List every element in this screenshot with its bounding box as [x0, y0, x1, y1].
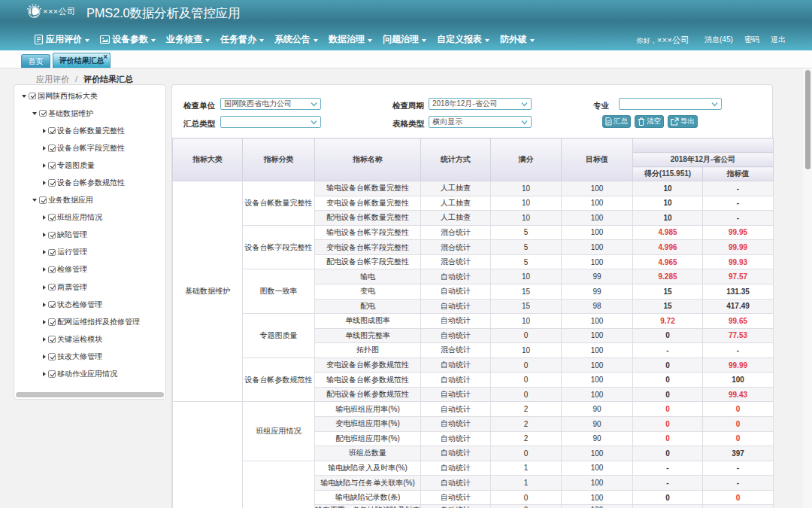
- tree-collapse-icon[interactable]: [32, 112, 37, 115]
- breadcrumb-parent[interactable]: 应用评价: [36, 75, 69, 84]
- logout-link[interactable]: 退出: [771, 35, 786, 45]
- tree-item[interactable]: 设备台帐参数规范性: [14, 174, 165, 191]
- tree-item-label[interactable]: 检修管理: [57, 264, 87, 275]
- tab-home[interactable]: 首页: [21, 54, 50, 68]
- tree-expand-icon[interactable]: [43, 285, 46, 290]
- tree-expand-icon[interactable]: [43, 233, 46, 237]
- tree-checkbox[interactable]: [48, 301, 56, 309]
- tree-item-label[interactable]: 国网陕西指标大类: [38, 91, 98, 102]
- tree-expand-icon[interactable]: [43, 146, 46, 151]
- filter-select-summary-type[interactable]: [220, 116, 321, 128]
- tree-checkbox[interactable]: [48, 370, 56, 378]
- tree-expand-icon[interactable]: [43, 303, 46, 307]
- cell-method: 自动统计: [421, 417, 491, 432]
- tree-expand-icon[interactable]: [43, 337, 46, 342]
- tree-item[interactable]: 设备台帐数量完整性: [14, 122, 165, 139]
- tree-item-label[interactable]: 状态检修管理: [57, 300, 102, 310]
- cell-target: 100: [562, 343, 633, 358]
- tree-expand-icon[interactable]: [43, 267, 46, 272]
- tree-item-label[interactable]: 基础数据维护: [48, 108, 93, 119]
- filter-label-table-type: 表格类型: [392, 119, 424, 129]
- tree-checkbox[interactable]: [48, 336, 56, 343]
- tree-item[interactable]: 班组应用情况: [14, 209, 165, 227]
- tree-expand-icon[interactable]: [43, 250, 46, 254]
- tree-item[interactable]: 状态检修管理: [14, 296, 165, 313]
- tree-checkbox[interactable]: [48, 144, 56, 152]
- tree-item-label[interactable]: 专题图质量: [57, 160, 95, 171]
- cell-method: 人工抽查: [421, 211, 491, 226]
- tree-item[interactable]: 缺陷管理: [14, 227, 165, 244]
- tree-item-label[interactable]: 移动作业应用情况: [57, 369, 117, 379]
- tree-expand-icon[interactable]: [43, 163, 46, 168]
- table-row[interactable]: 输电缺陷录入及时率(%)自动统计1100--: [173, 461, 774, 476]
- tree-checkbox[interactable]: [48, 249, 56, 257]
- tree-item[interactable]: 设备台帐字段完整性: [14, 139, 165, 157]
- tree-collapse-icon[interactable]: [22, 95, 26, 98]
- page-scrollbar-thumb[interactable]: [805, 70, 810, 169]
- tree-item-label[interactable]: 运行管理: [57, 247, 87, 257]
- table-row[interactable]: 班组应用情况输电班组应用率(%)自动统计29000: [173, 402, 774, 417]
- tree-checkbox[interactable]: [48, 353, 56, 360]
- filter-select-table-type[interactable]: 横向显示: [429, 116, 532, 128]
- tree-expand-icon[interactable]: [43, 372, 46, 376]
- tree-collapse-icon[interactable]: [32, 199, 37, 202]
- tree-item-label[interactable]: 缺陷管理: [57, 230, 87, 240]
- tree-item[interactable]: 配网运维指挥及抢修管理: [14, 313, 165, 330]
- filter-select-check-period[interactable]: 2018年12月-省公司: [429, 98, 532, 110]
- tree-expand-icon[interactable]: [43, 354, 46, 359]
- tree-item-label[interactable]: 班组应用情况: [57, 212, 102, 223]
- tree-item-label[interactable]: 关键运检模块: [57, 334, 102, 345]
- tree-expand-icon[interactable]: [43, 320, 46, 324]
- tree-checkbox[interactable]: [29, 93, 36, 100]
- tree-item[interactable]: 运行管理: [14, 244, 165, 261]
- tree-item[interactable]: 移动作业应用情况: [14, 366, 165, 383]
- filter-select-specialty[interactable]: [619, 98, 722, 110]
- tree-item-label[interactable]: 业务数据应用: [48, 195, 93, 205]
- cell-score: 0: [633, 431, 703, 446]
- tree-checkbox[interactable]: [48, 214, 56, 221]
- tree-checkbox[interactable]: [48, 162, 56, 169]
- tree-checkbox[interactable]: [48, 266, 56, 274]
- table-row[interactable]: 图数一致率输电自动统计10999.28597.57: [173, 269, 774, 284]
- tree-item[interactable]: 基础数据维护: [14, 105, 165, 122]
- table-row[interactable]: 设备台帐参数规范性变电设备台帐参数规范性自动统计0100099.99: [173, 357, 774, 373]
- tree-item[interactable]: 两票管理: [14, 278, 165, 296]
- tree-item-label[interactable]: 设备台帐字段完整性: [57, 143, 125, 154]
- tree-checkbox[interactable]: [48, 179, 56, 187]
- table-row[interactable]: 基础数据维护设备台帐数量完整性输电设备台帐数量完整性人工抽查1010010-: [173, 181, 774, 196]
- export-button[interactable]: 导出: [668, 115, 698, 128]
- messages-link[interactable]: 消息(45): [704, 35, 733, 45]
- tree-item[interactable]: 业务数据应用: [14, 192, 165, 209]
- tree-item-label[interactable]: 两票管理: [57, 282, 87, 293]
- tree-checkbox[interactable]: [48, 127, 56, 135]
- tree-expand-icon[interactable]: [43, 181, 46, 185]
- tree-item-label[interactable]: 设备台帐数量完整性: [57, 126, 125, 136]
- tree-item-label[interactable]: 设备台帐参数规范性: [57, 178, 125, 188]
- tree-item-label[interactable]: 配网运维指挥及抢修管理: [57, 317, 140, 327]
- tree-checkbox[interactable]: [48, 232, 56, 239]
- cell-name: 拓扑图: [315, 343, 421, 358]
- table-row[interactable]: 专题图质量单线图成图率自动统计101009.7299.65: [173, 314, 774, 329]
- tree-expand-icon[interactable]: [43, 215, 46, 220]
- tree-item[interactable]: 国网陕西指标大类: [14, 87, 165, 105]
- tree-checkbox[interactable]: [39, 110, 47, 117]
- cell-group: 班组应用情况: [243, 402, 315, 461]
- tree-item[interactable]: 检修管理: [14, 261, 165, 278]
- tree-item[interactable]: 技改大修管理: [14, 348, 165, 365]
- tree-item-label[interactable]: 技改大修管理: [57, 351, 102, 362]
- tab-result-summary[interactable]: 评价结果汇总 ×: [53, 53, 111, 68]
- filter-select-check-unit[interactable]: 国网陕西省电力公司: [220, 98, 321, 110]
- tab-close-icon[interactable]: ×: [103, 53, 108, 60]
- tree-checkbox[interactable]: [39, 196, 47, 204]
- tree-expand-icon[interactable]: [43, 129, 46, 133]
- tree-checkbox[interactable]: [48, 284, 56, 291]
- clear-button[interactable]: 清空: [635, 115, 664, 128]
- tree-checkbox[interactable]: [48, 318, 56, 326]
- tree-horizontal-scrollbar[interactable]: [16, 392, 164, 397]
- tree-item[interactable]: 关键运检模块: [14, 330, 165, 348]
- page-scrollbar-track[interactable]: [803, 68, 812, 508]
- tree-item[interactable]: 专题图质量: [14, 157, 165, 174]
- password-link[interactable]: 密码: [744, 35, 759, 45]
- summarize-button[interactable]: 汇总: [602, 115, 631, 128]
- table-row[interactable]: 设备台帐字段完整性输电设备台帐字段完整性混合统计51004.98599.95: [173, 225, 774, 240]
